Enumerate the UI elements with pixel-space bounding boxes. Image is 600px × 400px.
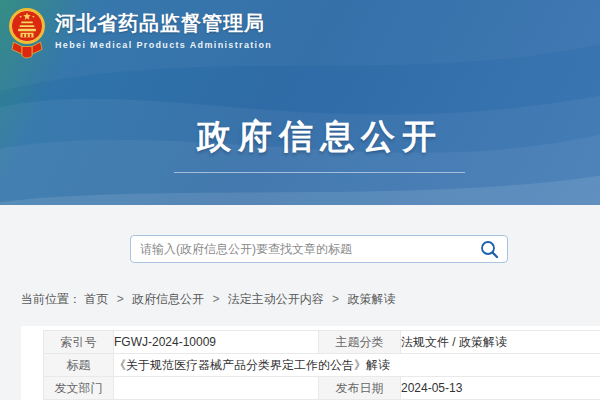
- topic-category-value: 法规文件 / 政策解读: [401, 331, 600, 354]
- breadcrumb-item-info-disclosure[interactable]: 政府信息公开: [132, 292, 204, 306]
- breadcrumb-separator: >: [117, 292, 124, 306]
- document-meta-table: 索引号 FGWJ-2024-10009 主题分类 法规文件 / 政策解读 标题 …: [43, 330, 600, 400]
- publish-date-value: 2024-05-13: [401, 377, 600, 400]
- search-box: [130, 235, 508, 263]
- search-button[interactable]: [475, 236, 503, 262]
- breadcrumb: 当前位置： 首页 > 政府信息公开 > 法定主动公开内容 > 政策解读: [21, 291, 395, 308]
- index-number-label: 索引号: [44, 331, 114, 354]
- table-row: 标题 《关于规范医疗器械产品分类界定工作的公告》解读: [44, 354, 600, 377]
- table-row: 索引号 FGWJ-2024-10009 主题分类 法规文件 / 政策解读: [44, 331, 600, 354]
- breadcrumb-separator: >: [212, 292, 219, 306]
- national-emblem-icon: [8, 7, 46, 61]
- breadcrumb-item-statutory-disclosure[interactable]: 法定主动公开内容: [228, 292, 324, 306]
- brand-text: 河北省药品监督管理局 Hebei Medical Products Admini…: [55, 7, 272, 50]
- brand-name-zh: 河北省药品监督管理局: [55, 10, 272, 37]
- index-number-value: FGWJ-2024-10009: [114, 331, 319, 354]
- title-label: 标题: [44, 354, 114, 377]
- site-header: 河北省药品监督管理局 Hebei Medical Products Admini…: [0, 0, 600, 205]
- issuing-department-value: [114, 377, 319, 400]
- document-title-value: 《关于规范医疗器械产品分类界定工作的公告》解读: [114, 354, 600, 377]
- breadcrumb-item-home[interactable]: 首页: [84, 292, 108, 306]
- table-row: 发文部门 发布日期 2024-05-13: [44, 377, 600, 400]
- document-card: 索引号 FGWJ-2024-10009 主题分类 法规文件 / 政策解读 标题 …: [21, 326, 600, 400]
- page-title: 政府信息公开: [20, 114, 600, 160]
- breadcrumb-item-policy-interpretation[interactable]: 政策解读: [347, 292, 395, 306]
- search-icon: [480, 240, 499, 259]
- site-logo[interactable]: 河北省药品监督管理局 Hebei Medical Products Admini…: [8, 7, 272, 61]
- title-underline: [174, 172, 465, 173]
- issuing-department-label: 发文部门: [44, 377, 114, 400]
- topic-category-label: 主题分类: [319, 331, 401, 354]
- content-section: 当前位置： 首页 > 政府信息公开 > 法定主动公开内容 > 政策解读 索引号 …: [0, 205, 600, 400]
- search-input[interactable]: [131, 236, 475, 262]
- breadcrumb-prefix: 当前位置：: [21, 292, 81, 306]
- brand-name-en: Hebei Medical Products Administration: [55, 40, 272, 50]
- breadcrumb-separator: >: [332, 292, 339, 306]
- publish-date-label: 发布日期: [319, 377, 401, 400]
